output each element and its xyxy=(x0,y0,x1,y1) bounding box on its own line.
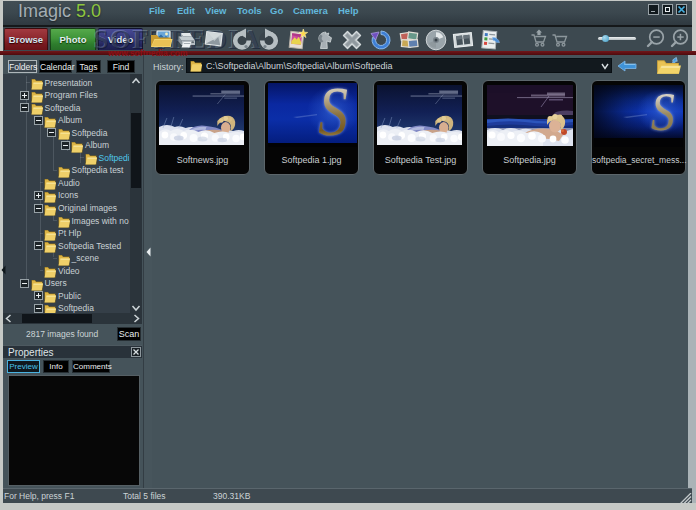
svg-text:S: S xyxy=(318,83,348,147)
svg-text:S: S xyxy=(651,85,675,142)
